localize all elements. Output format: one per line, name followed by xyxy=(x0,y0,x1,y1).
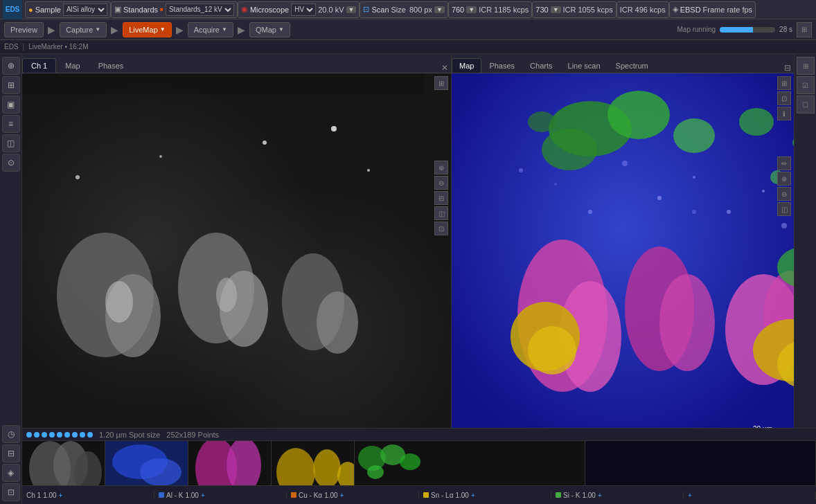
sidebar-icon-2[interactable]: ⊞ xyxy=(2,76,20,94)
tab-phases[interactable]: Phases xyxy=(89,58,133,73)
dot-2 xyxy=(34,432,39,438)
acquire-button[interactable]: Acquire▼ xyxy=(188,22,233,37)
channel-strip-empty xyxy=(585,441,816,485)
dot-1 xyxy=(26,432,32,438)
tab-ch1[interactable]: Ch 1 xyxy=(22,58,56,73)
microscope-hv-select[interactable]: HV xyxy=(291,3,316,16)
top-bar: EDS ● Sample AlSi alloy ▣ Standards ■ St… xyxy=(0,0,816,19)
sidebar-icon-bottom-3[interactable]: ◈ xyxy=(2,464,20,482)
capture-button[interactable]: Capture▼ xyxy=(60,22,107,37)
sidebar-icon-bottom-4[interactable]: ⊡ xyxy=(2,483,20,501)
scan-label: Scan xyxy=(371,6,389,14)
icr2-group: 730 ▼ ICR 1055 kcps xyxy=(532,1,616,18)
image-tool-3[interactable]: ⊖ xyxy=(434,176,448,190)
arrow4: ▶ xyxy=(236,24,247,35)
size-value: 800 px xyxy=(409,6,432,14)
sidebar-icon-4[interactable]: ≡ xyxy=(2,115,20,133)
svg-rect-70 xyxy=(585,441,815,485)
ebsd-icon: ◈ xyxy=(673,5,678,14)
rts-btn-3[interactable]: ☐ xyxy=(797,96,815,114)
icr3-group: ICR 496 kcps xyxy=(617,1,669,18)
rt-btn-1[interactable]: ⊞ xyxy=(777,76,791,90)
svg-point-41 xyxy=(693,176,695,179)
cu-name: Cu - Kα xyxy=(299,492,322,499)
image-tool-4[interactable]: ⊟ xyxy=(434,191,448,205)
rts-btn-1[interactable]: ⊞ xyxy=(797,57,815,75)
rtab-spectrum[interactable]: Spectrum xyxy=(608,58,656,73)
rt-btn-7[interactable]: ◫ xyxy=(777,202,791,216)
al-color-dot xyxy=(159,492,164,498)
channel-label-ch1: Ch 1 1.00 + xyxy=(22,492,154,499)
microscope-label: Microscope xyxy=(250,6,289,14)
rtab-linescan[interactable]: Line scan xyxy=(560,58,608,73)
sidebar-icon-bottom-2[interactable]: ⊟ xyxy=(2,444,20,462)
arrow1: ▶ xyxy=(46,24,57,35)
rt-btn-5[interactable]: ⊕ xyxy=(777,172,791,186)
rts-btn-2[interactable]: ☑ xyxy=(797,76,815,94)
channel-strip-al xyxy=(105,441,188,485)
svg-point-45 xyxy=(588,210,592,214)
rt-btn-3[interactable]: ℹ xyxy=(777,107,791,120)
qmap-button[interactable]: QMap▼ xyxy=(249,22,290,37)
svg-rect-16 xyxy=(22,73,424,94)
scan-btn[interactable]: ▼ xyxy=(434,6,445,13)
size-label: Size xyxy=(391,6,406,14)
sidebar-icon-6[interactable]: ⊙ xyxy=(2,154,20,172)
sample-group: ● Sample AlSi alloy xyxy=(25,1,111,18)
icr1-group: 760 ▼ ICR 1185 kcps xyxy=(448,1,532,18)
rtab-phases[interactable]: Phases xyxy=(481,58,522,73)
spot-size-label: 1.20 µm Spot size xyxy=(99,431,160,439)
fps-label: fps xyxy=(742,6,752,14)
image-tool-2[interactable]: ⊕ xyxy=(434,161,448,174)
sidebar-icon-3[interactable]: ▣ xyxy=(2,96,20,114)
channel-strip-cu xyxy=(188,441,272,485)
rt-btn-4[interactable]: ✏ xyxy=(777,156,791,170)
al-add-btn[interactable]: + xyxy=(201,492,205,499)
map-progress-bar xyxy=(720,27,775,33)
image-tool-5[interactable]: ◫ xyxy=(434,206,448,220)
svg-point-15 xyxy=(331,126,337,132)
sn-add-btn[interactable]: + xyxy=(471,492,475,499)
panel-close-btn[interactable]: ✕ xyxy=(441,63,448,73)
map-time: 28 s xyxy=(779,26,792,33)
image-tool-1[interactable]: ⊞ xyxy=(434,76,448,90)
icr1-expand[interactable]: ▼ xyxy=(466,6,477,13)
rp-btn-1[interactable]: ⊟ xyxy=(784,63,791,73)
svg-point-47 xyxy=(554,183,557,186)
svg-point-57 xyxy=(140,458,181,485)
icr2-expand[interactable]: ▼ xyxy=(551,6,561,13)
image-tools: ⊞ ⊕ ⊖ ⊟ ◫ ⊡ xyxy=(434,76,448,235)
preview-button[interactable]: Preview xyxy=(4,22,44,37)
svg-point-12 xyxy=(159,155,162,158)
empty-add-btn[interactable]: + xyxy=(688,492,692,499)
livemap-button[interactable]: LiveMap▼ xyxy=(123,22,172,37)
standards-icon: ▣ xyxy=(114,5,121,14)
scroll-up-btn[interactable]: ⊞ xyxy=(797,22,812,37)
sample-select[interactable]: AlSi alloy xyxy=(63,3,107,16)
rtab-charts[interactable]: Charts xyxy=(522,58,560,73)
hv-value: 20.0 kV xyxy=(318,6,344,14)
icr1-label: ICR xyxy=(479,6,492,14)
hv-decrement[interactable]: ▼ xyxy=(346,6,357,13)
sidebar-icon-5[interactable]: ◫ xyxy=(2,134,20,152)
ch1-add-btn[interactable]: + xyxy=(59,492,63,499)
map-running-label: Map running xyxy=(677,26,716,33)
si-add-btn[interactable]: + xyxy=(598,492,602,499)
image-tool-6[interactable]: ⊡ xyxy=(434,222,448,235)
sn-color-dot xyxy=(423,492,429,498)
sidebar-icon-1[interactable]: ⊕ xyxy=(2,57,20,75)
bottom-labels: Ch 1 1.00 + Al - K 1.00 + Cu - Kα 1.00 +… xyxy=(22,486,816,504)
ebsd-group: ◈ EBSD Frame rate fps xyxy=(669,1,756,18)
right-tools-float: ⊞ ⊡ ℹ ✏ ⊕ ⊖ ◫ xyxy=(777,76,791,216)
color-map-svg xyxy=(452,73,794,460)
rt-btn-2[interactable]: ⊡ xyxy=(777,91,791,105)
tab-map[interactable]: Map xyxy=(56,58,89,73)
sidebar-icon-bottom-1[interactable]: ◷ xyxy=(2,425,20,443)
color-map-area: Ch 1 Al Cu Sn Si 20 µm xyxy=(452,73,794,460)
svg-point-21 xyxy=(542,129,597,170)
rt-btn-6[interactable]: ⊖ xyxy=(777,187,791,201)
ch1-value: 1.00 xyxy=(43,492,56,499)
cu-add-btn[interactable]: + xyxy=(340,492,344,499)
standards-select[interactable]: Standards_12 kV xyxy=(166,3,234,16)
rtab-map[interactable]: Map xyxy=(452,58,481,73)
